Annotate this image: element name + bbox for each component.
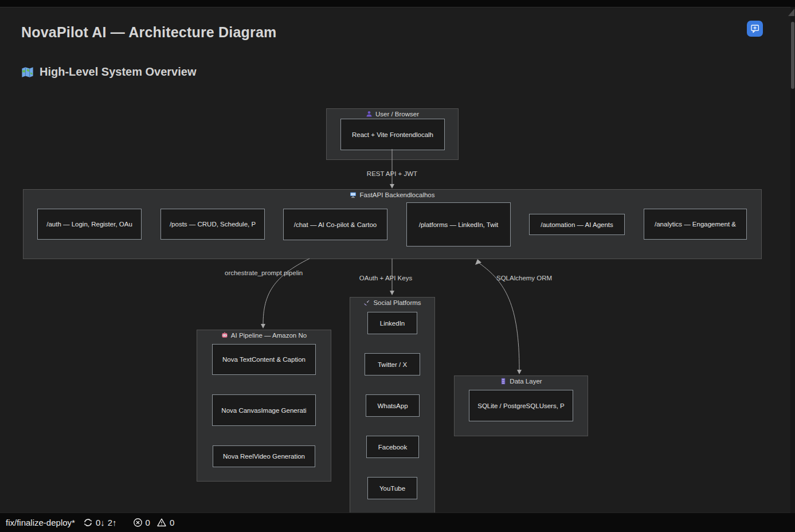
cluster-data-layer-label: Data Layer: [455, 378, 588, 385]
edge-label-oauth: OAuth + API Keys: [359, 275, 412, 281]
arrowhead-into-fastapi: [390, 184, 394, 189]
edge-fastapi-to-aipipeline: [263, 259, 310, 324]
error-count: 0: [146, 518, 150, 527]
git-branch-label: fix/finalize-deploy*: [6, 518, 75, 527]
node-react-frontend: React + Vite Frontendlocalh: [340, 119, 445, 150]
error-circle-icon: [133, 518, 143, 527]
person-icon: [366, 111, 373, 118]
scrollbar-thumb[interactable]: [791, 22, 794, 89]
section-heading-text: High-Level System Overview: [40, 65, 196, 79]
world-map-icon: [21, 66, 34, 79]
node-auth: /auth — Login, Register, OAu: [37, 209, 142, 240]
monitor-icon: [350, 191, 357, 198]
node-facebook: Facebook: [366, 436, 419, 458]
node-nova-canvas: Nova CanvasImage Generati: [212, 394, 316, 426]
node-youtube: YouTube: [367, 477, 417, 499]
edge-label-sqlalchemy: SQLAlchemy ORM: [496, 275, 552, 281]
problems-item[interactable]: 0 0: [130, 513, 178, 532]
node-nova-text: Nova TextContent & Caption: [212, 344, 316, 375]
edge-label-rest-api: REST API + JWT: [367, 170, 417, 177]
node-analytics: /analytics — Engagement &: [644, 209, 747, 240]
status-bar: fix/finalize-deploy* 0↓ 2↑ 0: [0, 513, 795, 532]
scroll-corner-grip: [788, 9, 794, 16]
sync-icon: [83, 518, 93, 527]
node-twitter-x: Twitter / X: [365, 353, 420, 375]
section-heading: High-Level System Overview: [21, 65, 196, 79]
comment-add-icon: [750, 24, 760, 34]
arrowhead-into-social: [390, 291, 394, 295]
node-posts: /posts — CRUD, Schedule, P: [160, 209, 265, 240]
node-linkedin: LinkedIn: [367, 312, 417, 334]
satellite-icon: [363, 299, 370, 306]
sync-behind-count: 0↓: [96, 518, 105, 527]
node-automation: /automation — AI Agents: [529, 214, 625, 235]
sync-ahead-count: 2↑: [108, 518, 117, 527]
add-comment-button[interactable]: [747, 21, 763, 37]
cluster-ai-pipeline-label: AI Pipeline — Amazon No: [197, 332, 331, 339]
node-whatsapp: WhatsApp: [366, 394, 420, 417]
window-titlebar: [0, 0, 795, 7]
node-platforms: /platforms — LinkedIn, Twit: [406, 202, 511, 247]
git-sync-item[interactable]: 0↓ 2↑: [80, 513, 120, 532]
arrowhead-into-fastapi-bottom: [475, 259, 481, 265]
git-branch-item[interactable]: fix/finalize-deploy*: [2, 513, 79, 532]
warning-count: 0: [170, 518, 174, 527]
file-cabinet-icon: [500, 378, 507, 385]
node-nova-reel: Nova ReelVideo Generation: [213, 445, 315, 467]
robot-icon: [221, 332, 228, 339]
page-title: NovaPilot AI — Architecture Diagram: [21, 24, 277, 41]
cluster-fastapi-label: FastAPI Backendlocalhos: [24, 191, 761, 198]
arrowhead-into-aipipeline: [261, 324, 265, 328]
cluster-user-browser-label: User / Browser: [327, 111, 458, 118]
node-chat: /chat — AI Co-pilot & Cartoo: [283, 209, 387, 240]
warning-triangle-icon: [156, 518, 167, 527]
edge-label-orchestrate: orchestrate_prompt pipelin: [225, 269, 303, 276]
cluster-social-label: Social Platforms: [350, 299, 434, 306]
arrowhead-into-datalayer: [517, 370, 522, 374]
node-sqlite-postgres: SQLite / PostgreSQLUsers, P: [469, 390, 573, 421]
